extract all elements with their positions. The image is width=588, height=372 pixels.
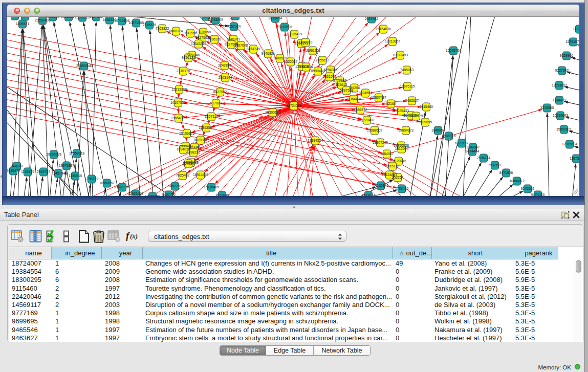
table-row[interactable]: 1938455462009Genome-wide association stu…: [9, 268, 575, 276]
table-cell[interactable]: 0: [393, 293, 432, 301]
table-panel-titlebar[interactable]: Table Panel: [0, 209, 584, 221]
function-builder-icon[interactable]: f (x): [126, 230, 141, 242]
table-cell[interactable]: 2012: [102, 293, 143, 301]
table-cell[interactable]: Hescheler et al. (1997): [432, 334, 512, 342]
table-cell[interactable]: Nakamura et al. (1997): [432, 326, 512, 334]
table-cell[interactable]: 2008: [102, 259, 143, 268]
table-cell[interactable]: 1: [52, 309, 102, 317]
table-cell[interactable]: 1997: [102, 285, 143, 293]
table-cell[interactable]: 19384554: [9, 268, 52, 276]
vertical-scrollbar[interactable]: [574, 259, 582, 342]
table-cell[interactable]: Stergiakouli et al. (2012): [432, 293, 512, 301]
table-cell[interactable]: Yano et al. (2008): [432, 259, 512, 268]
table-cell[interactable]: 2: [52, 293, 102, 301]
table-row[interactable]: 946362711997Embryonic stem cells: a mode…: [9, 334, 575, 342]
table-cell[interactable]: 2: [52, 285, 102, 293]
table-cell[interactable]: 1998: [102, 317, 143, 325]
table-cell[interactable]: Estimation of the future numbers of pati…: [143, 326, 393, 334]
tab-edge[interactable]: Edge Table: [266, 346, 314, 355]
table-cell[interactable]: 5.9E-5: [512, 276, 558, 284]
select-rows-icon[interactable]: [46, 230, 58, 243]
table-cell[interactable]: Disruption of a novel member of a sodium…: [143, 301, 393, 309]
table-cell[interactable]: 0: [393, 285, 432, 293]
table-cell[interactable]: 9777169: [9, 309, 52, 317]
table-cell[interactable]: 5.6E-5: [512, 268, 558, 276]
table-row[interactable]: 969969511998Structural magnetic resonanc…: [9, 317, 575, 325]
table-cell[interactable]: 5.3E-5: [512, 301, 558, 309]
table-cell[interactable]: Corpus callosum shape and size in male p…: [143, 309, 393, 317]
table-cell[interactable]: 2008: [102, 276, 143, 284]
new-document-icon[interactable]: [78, 230, 90, 243]
table-cell[interactable]: 1: [52, 259, 102, 268]
float-window-icon[interactable]: [561, 211, 570, 219]
column-header-pagerank[interactable]: pagerank: [512, 247, 558, 259]
network-graph[interactable]: 1805572200914014055712069140610166281055…: [7, 17, 579, 196]
table-cell[interactable]: 22420046: [9, 293, 52, 301]
table-row[interactable]: 2242004622012Investigating the contribut…: [9, 293, 575, 301]
network-window[interactable]: citations_edges.txt 18055722009140140557…: [2, 3, 584, 205]
collapse-arrow-icon[interactable]: [0, 174, 2, 179]
network-canvas[interactable]: 1805572200914014055712069140610166281055…: [7, 17, 579, 196]
table-cell[interactable]: 49: [393, 259, 432, 268]
table-cell[interactable]: 1998: [102, 309, 143, 317]
table-cell[interactable]: Structural magnetic resonance image aver…: [143, 317, 393, 325]
table-row[interactable]: 977716911998Corpus callosum shape and si…: [9, 309, 575, 317]
network-select-dropdown[interactable]: citations_edges.txt: [148, 231, 346, 242]
column-header-out_de[interactable]: △out_de...: [393, 247, 432, 259]
table-cell[interactable]: 1997: [102, 334, 143, 342]
network-window-titlebar[interactable]: citations_edges.txt: [7, 5, 579, 17]
table-cell[interactable]: 18300295: [9, 276, 52, 284]
table-cell[interactable]: 0: [393, 334, 432, 342]
column-header-in_degree[interactable]: in_degree: [52, 247, 102, 259]
table-cell[interactable]: 5.3E-5: [512, 259, 558, 268]
table-cell[interactable]: 0: [393, 309, 432, 317]
table-cell[interactable]: 6: [52, 276, 102, 284]
table-cell[interactable]: 9465546: [9, 326, 52, 334]
splitter-handle-icon[interactable]: [292, 206, 296, 208]
table-row[interactable]: 1456911722003Disruption of a novel membe…: [9, 301, 575, 309]
table-cell[interactable]: 0: [393, 276, 432, 284]
table-cell[interactable]: 9463627: [9, 334, 52, 342]
table-row[interactable]: 911546021997Tourette syndrome. Phenomeno…: [9, 285, 575, 293]
table-cell[interactable]: Estimation of significance thresholds fo…: [143, 276, 393, 284]
scrollbar-thumb[interactable]: [576, 260, 581, 273]
table-cell[interactable]: 1997: [102, 326, 143, 334]
delete-trash-icon[interactable]: [92, 230, 105, 244]
table-cell[interactable]: 5.5E-5: [512, 293, 558, 301]
table-settings-icon[interactable]: [11, 230, 24, 243]
table-cell[interactable]: 2009: [102, 268, 143, 276]
table-cell[interactable]: 5.3E-5: [512, 317, 558, 325]
row-height-icon[interactable]: [63, 230, 69, 243]
table-cell[interactable]: 0: [393, 268, 432, 276]
table-cell[interactable]: 5.3E-5: [512, 309, 558, 317]
table-cell[interactable]: 2003: [102, 301, 143, 309]
table-cell[interactable]: Dudbridge et al. (2008): [432, 276, 512, 284]
table-cell[interactable]: Embryonic stem cells: a model to study s…: [143, 334, 393, 342]
table-row[interactable]: 1830029562008Estimation of significance …: [9, 276, 575, 284]
table-row[interactable]: 946554611997Estimation of the future num…: [9, 326, 575, 334]
table-cell[interactable]: de Silva et al. (2003): [432, 301, 512, 309]
table-cell[interactable]: 0: [393, 326, 432, 334]
panel-splitter[interactable]: [0, 205, 584, 209]
table-cell[interactable]: Investigating the contribution of common…: [143, 293, 393, 301]
tab-node[interactable]: Node Table: [220, 346, 266, 355]
table-cell[interactable]: 5.3E-5: [512, 326, 558, 334]
close-panel-icon[interactable]: [573, 211, 580, 218]
table-cell[interactable]: Tibbo et al. (1998): [432, 309, 512, 317]
table-cell[interactable]: 2: [52, 301, 102, 309]
tab-network[interactable]: Network Table: [314, 346, 370, 355]
table-cell[interactable]: 0: [393, 317, 432, 325]
column-header-short[interactable]: short: [432, 247, 512, 259]
table-cell[interactable]: 6: [52, 268, 102, 276]
table-cell[interactable]: 18724007: [9, 259, 52, 268]
column-header-title[interactable]: title: [143, 247, 393, 259]
table-cell[interactable]: Changes of HCN gene expression and I(f) …: [143, 259, 393, 268]
table-cell[interactable]: 14569117: [9, 301, 52, 309]
table-cell[interactable]: Jankovic et al. (1997): [432, 285, 512, 293]
resize-grip-icon[interactable]: [570, 187, 578, 195]
column-header-year[interactable]: year: [102, 247, 143, 259]
table-cell[interactable]: 5.3E-5: [512, 334, 558, 342]
table-cell[interactable]: Tourette syndrome. Phenomenology and cla…: [143, 285, 393, 293]
column-header-name[interactable]: name: [9, 247, 52, 259]
table-cell[interactable]: Franke et al. (2009): [432, 268, 512, 276]
